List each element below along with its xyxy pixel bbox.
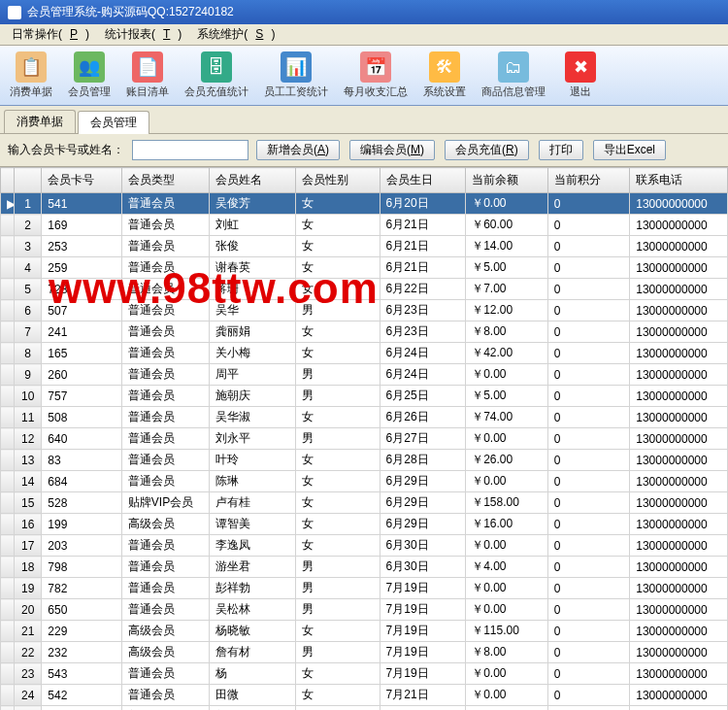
table-row[interactable]: 22232高级会员詹有材男7月19日￥8.00013000000000 <box>1 642 728 663</box>
cell-pts: 0 <box>547 535 630 557</box>
table-row[interactable]: 8165普通会员关小梅女6月24日￥42.00013000000000 <box>1 343 728 364</box>
cell-name: 刘波 <box>210 706 296 711</box>
cell-sex: 女 <box>296 685 381 706</box>
table-row[interactable]: 23543普通会员杨女7月19日￥0.00013000000000 <box>1 663 728 685</box>
row-number: 4 <box>15 257 42 279</box>
col-header-7[interactable]: 联系电话 <box>630 168 728 193</box>
cell-pts: 0 <box>547 300 630 321</box>
cell-tel: 13000000000 <box>630 215 728 236</box>
cell-bal: ￥26.00 <box>466 450 548 471</box>
tab-0[interactable]: 消费单据 <box>4 110 76 133</box>
table-row[interactable]: 1383普通会员叶玲女6月28日￥26.00013000000000 <box>1 450 728 471</box>
print-button[interactable]: 打印 <box>539 140 583 160</box>
cell-card: 542 <box>42 685 122 706</box>
table-row[interactable]: 17203普通会员李逸凤女6月30日￥0.00013000000000 <box>1 535 728 557</box>
cell-tel: 13000000000 <box>630 642 728 663</box>
cell-bday: 6月29日 <box>380 492 466 514</box>
row-pointer <box>1 599 15 621</box>
recharge-button[interactable]: 会员充值(R) <box>445 140 529 160</box>
table-row[interactable]: 2548普通会员刘波男7月21日￥36.00013000000000 <box>1 706 728 711</box>
tool-product-info[interactable]: 🗂商品信息管理 <box>478 50 549 101</box>
table-row[interactable]: 3253普通会员张俊女6月21日￥14.00013000000000 <box>1 236 728 257</box>
cell-bday: 6月21日 <box>380 215 466 236</box>
tool-monthly-summary[interactable]: 📅每月收支汇总 <box>340 50 412 101</box>
table-row[interactable]: 14684普通会员陈琳女6月29日￥0.00013000000000 <box>1 471 728 492</box>
cell-card: 48 <box>42 706 122 711</box>
tool-member-mgmt[interactable]: 👥会员管理 <box>64 50 115 101</box>
cell-sex: 女 <box>296 279 381 300</box>
cell-sex: 男 <box>296 300 381 321</box>
cell-type: 普通会员 <box>121 535 210 557</box>
cell-card: 541 <box>42 193 122 215</box>
table-row[interactable]: 10757普通会员施朝庆男6月25日￥5.00013000000000 <box>1 386 728 407</box>
cell-name: 张俊 <box>210 236 296 257</box>
table-row[interactable]: 20650普通会员吴松林男7月19日￥0.00013000000000 <box>1 599 728 621</box>
export-button[interactable]: 导出Excel <box>593 140 666 160</box>
cell-name: 吴华淑 <box>210 407 296 428</box>
data-grid[interactable]: www.98ttw.com 会员卡号会员类型会员姓名会员性别会员生日当前余额当前… <box>0 167 728 710</box>
cell-name: 施朝庆 <box>210 386 296 407</box>
cell-bal: ￥5.00 <box>466 386 548 407</box>
menu-2[interactable]: 系统维护(S) <box>189 25 282 43</box>
cell-bday: 6月24日 <box>380 343 466 364</box>
edit-member-button[interactable]: 编辑会员(M) <box>349 140 435 160</box>
cell-bday: 6月27日 <box>380 428 466 450</box>
cell-tel: 13000000000 <box>630 428 728 450</box>
tab-bar: 消费单据会员管理 <box>0 106 728 134</box>
col-header-0[interactable]: 会员卡号 <box>42 168 122 193</box>
cell-card: 640 <box>42 428 122 450</box>
col-header-3[interactable]: 会员性别 <box>296 168 381 193</box>
col-header-1[interactable]: 会员类型 <box>121 168 210 193</box>
search-input[interactable] <box>132 140 248 160</box>
table-row[interactable]: 15528贴牌VIP会员卢有桂女6月29日￥158.00013000000000 <box>1 492 728 514</box>
col-header-5[interactable]: 当前余额 <box>466 168 548 193</box>
cell-bday: 7月19日 <box>380 642 466 663</box>
add-member-button[interactable]: 新增会员(A) <box>256 140 340 160</box>
tool-account-list[interactable]: 📄账目清单 <box>122 50 173 101</box>
table-row[interactable]: 7241普通会员龚丽娟女6月23日￥8.00013000000000 <box>1 321 728 343</box>
cell-bday: 6月30日 <box>380 535 466 557</box>
cell-bal: ￥0.00 <box>466 364 548 386</box>
table-row[interactable]: 5728普通会员蒋珊女6月22日￥7.00013000000000 <box>1 279 728 300</box>
cell-pts: 0 <box>547 407 630 428</box>
table-row[interactable]: 18798普通会员游坐君男6月30日￥4.00013000000000 <box>1 557 728 578</box>
cell-tel: 13000000000 <box>630 386 728 407</box>
table-row[interactable]: 4259普通会员谢春英女6月21日￥5.00013000000000 <box>1 257 728 279</box>
main-toolbar: 📋消费单据👥会员管理📄账目清单🗄会员充值统计📊员工工资统计📅每月收支汇总🛠系统设… <box>0 46 728 106</box>
tool-sys-settings[interactable]: 🛠系统设置 <box>419 50 470 101</box>
tool-exit[interactable]: ✖退出 <box>557 50 604 101</box>
col-header-4[interactable]: 会员生日 <box>380 168 466 193</box>
cell-pts: 0 <box>547 321 630 343</box>
cell-bal: ￥8.00 <box>466 642 548 663</box>
menu-0[interactable]: 日常操作(P) <box>4 25 97 43</box>
table-row[interactable]: 9260普通会员周平男6月24日￥0.00013000000000 <box>1 364 728 386</box>
table-row[interactable]: ▶1541普通会员吴俊芳女6月20日￥0.00013000000000 <box>1 193 728 215</box>
row-pointer <box>1 578 15 599</box>
row-number: 9 <box>15 364 42 386</box>
cell-type: 普通会员 <box>121 386 210 407</box>
table-row[interactable]: 6507普通会员吴华男6月23日￥12.00013000000000 <box>1 300 728 321</box>
col-header-6[interactable]: 当前积分 <box>547 168 630 193</box>
tool-salary-stats[interactable]: 📊员工工资统计 <box>260 50 332 101</box>
table-row[interactable]: 19782普通会员彭祥勃男7月19日￥0.00013000000000 <box>1 578 728 599</box>
row-pointer <box>1 364 15 386</box>
tool-label: 系统设置 <box>423 85 466 99</box>
table-row[interactable]: 11508普通会员吴华淑女6月26日￥74.00013000000000 <box>1 407 728 428</box>
table-row[interactable]: 24542普通会员田微女7月21日￥0.00013000000000 <box>1 685 728 706</box>
recharge-stats-icon: 🗄 <box>201 51 232 83</box>
tool-recharge-stats[interactable]: 🗄会员充值统计 <box>181 50 252 101</box>
table-row[interactable]: 12640普通会员刘永平男6月27日￥0.00013000000000 <box>1 428 728 450</box>
table-row[interactable]: 16199高级会员谭智美女6月29日￥16.00013000000000 <box>1 514 728 535</box>
cell-card: 241 <box>42 321 122 343</box>
cell-pts: 0 <box>547 364 630 386</box>
table-row[interactable]: 21229高级会员杨晓敏女7月19日￥115.00013000000000 <box>1 621 728 642</box>
row-number: 3 <box>15 236 42 257</box>
tab-1[interactable]: 会员管理 <box>78 111 149 134</box>
row-pointer <box>1 407 15 428</box>
menu-1[interactable]: 统计报表(T) <box>97 25 189 43</box>
col-header-2[interactable]: 会员姓名 <box>210 168 296 193</box>
cell-tel: 13000000000 <box>630 321 728 343</box>
row-number: 20 <box>15 599 42 621</box>
tool-consume-bill[interactable]: 📋消费单据 <box>6 50 56 101</box>
table-row[interactable]: 2169普通会员刘虹女6月21日￥60.00013000000000 <box>1 215 728 236</box>
